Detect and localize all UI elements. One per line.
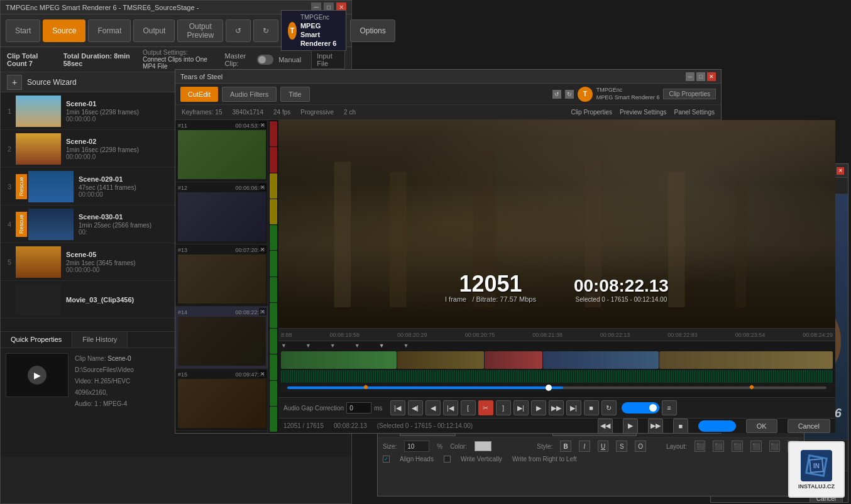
film-item[interactable]: #15 00:09:47:21 ✕ xyxy=(175,369,268,431)
menu-button[interactable]: ≡ xyxy=(662,400,677,415)
style-strikethrough-button[interactable]: S xyxy=(616,441,627,452)
scrubber-bar[interactable] xyxy=(281,383,833,392)
mark-in-button[interactable]: [ xyxy=(461,400,476,415)
film-item[interactable]: #12 00:06:06:83 ✕ xyxy=(175,182,268,244)
volume-slider[interactable] xyxy=(622,402,659,414)
timeline-ruler: 8:88 00:08:19:58 00:08:20:29 00:08:20:75… xyxy=(278,329,835,341)
film-close-button[interactable]: ✕ xyxy=(259,370,266,378)
layout-right-button[interactable]: ⬛ xyxy=(732,441,743,452)
film-item[interactable]: #14 00:08:22:13 ✕ xyxy=(175,307,268,369)
film-close-button[interactable]: ✕ xyxy=(259,121,266,129)
goto-in-button[interactable]: |◀ xyxy=(443,400,458,415)
film-close-button[interactable]: ✕ xyxy=(259,246,266,253)
style-bold-button[interactable]: B xyxy=(560,441,571,452)
tos-minimize-button[interactable]: ─ xyxy=(686,72,695,81)
energy-bar xyxy=(270,277,277,302)
stop-button[interactable]: ■ xyxy=(584,400,599,415)
goto-start-button[interactable]: |◀ xyxy=(390,400,405,415)
layout-left-button[interactable]: ⬛ xyxy=(695,441,706,452)
keyframe-markers-row: ▼ ▼ ▼ ▼ ▼ ▼ xyxy=(278,341,835,350)
sync-button[interactable]: ↻ xyxy=(253,19,278,42)
film-label: #11 00:04:53:58 xyxy=(178,123,265,129)
prev-frame-button[interactable]: ◀| xyxy=(408,400,423,415)
tab-title[interactable]: Title xyxy=(280,87,309,102)
tos-logo-text: TMPGEnc MPEG Smart Renderer 6 xyxy=(596,87,660,101)
preview-settings-button[interactable]: Preview Settings xyxy=(620,109,666,116)
tab-quick-properties[interactable]: Quick Properties xyxy=(1,332,72,348)
tab-file-history[interactable]: File History xyxy=(72,332,128,348)
output-preview-button[interactable]: Output Preview xyxy=(177,19,223,42)
prev-button[interactable]: ◀ xyxy=(426,400,441,415)
tos-maximize-button[interactable]: □ xyxy=(696,72,705,81)
scrubber-handle[interactable] xyxy=(546,385,552,391)
color-label: Color: xyxy=(450,443,467,450)
tab-audio-filters[interactable]: Audio Filters xyxy=(222,87,277,102)
timeline-segment[interactable] xyxy=(543,351,659,369)
mark-out-button[interactable]: ] xyxy=(496,400,511,415)
input-file-area: Input File xyxy=(311,50,345,69)
output-button[interactable]: Output xyxy=(133,19,175,42)
status-play-button[interactable]: ▶ xyxy=(623,419,638,434)
style-underline-button[interactable]: U xyxy=(598,441,609,452)
main-title-text: TMPGEnc MPEG Smart Renderer 6 - TMSRE6_S… xyxy=(6,4,199,11)
status-stop-button[interactable]: ■ xyxy=(673,419,688,434)
energy-bar xyxy=(270,407,277,432)
ok-button[interactable]: OK xyxy=(746,419,777,433)
style-outline-button[interactable]: O xyxy=(635,441,646,452)
options-button[interactable]: Options xyxy=(350,19,395,42)
next-button[interactable]: ▶▶ xyxy=(549,400,564,415)
clip-properties-button[interactable]: Clip Properties xyxy=(571,109,612,116)
audio-gap-unit: ms xyxy=(374,405,382,412)
layout-justify2-button[interactable]: ⬛ xyxy=(769,441,781,452)
bg-close-button[interactable]: ✕ xyxy=(837,167,844,175)
source-button[interactable]: Source xyxy=(43,19,85,42)
tos-sync-button[interactable]: ↻ xyxy=(565,90,574,99)
tos-refresh-button[interactable]: ↺ xyxy=(552,90,561,99)
align-heads-checkbox[interactable]: ✓ xyxy=(383,456,390,463)
cancel-button[interactable]: Cancel xyxy=(788,419,830,433)
film-item[interactable]: #11 00:04:53:58 ✕ xyxy=(175,120,268,182)
status-next-button[interactable]: ▶▶ xyxy=(648,419,663,434)
timeline-segment[interactable] xyxy=(397,351,484,369)
layout-center-button[interactable]: ⬛ xyxy=(713,441,724,452)
film-close-button[interactable]: ✕ xyxy=(259,308,266,315)
size-input[interactable] xyxy=(404,441,429,452)
format-button[interactable]: Format xyxy=(88,19,131,42)
source-wizard-add-button[interactable]: + xyxy=(7,75,22,90)
start-button[interactable]: Start xyxy=(6,19,40,42)
timeline-segment[interactable] xyxy=(281,351,397,369)
tos-options-button[interactable]: Clip Properties xyxy=(663,89,716,99)
cut-button[interactable]: ✂ xyxy=(478,400,493,415)
film-thumbnail xyxy=(178,379,266,428)
refresh-button[interactable]: ↺ xyxy=(226,19,251,42)
svg-text:IN: IN xyxy=(813,463,820,469)
tos-keyframes: Keyframes: 15 xyxy=(182,109,222,116)
volume-handle xyxy=(649,404,657,412)
timeline-segment[interactable] xyxy=(485,351,542,369)
master-clip-toggle[interactable] xyxy=(257,55,273,65)
timeline-segment[interactable] xyxy=(659,351,833,369)
layout-justify-button[interactable]: ⬛ xyxy=(750,441,762,452)
style-italic-button[interactable]: I xyxy=(579,441,590,452)
tos-close-button[interactable]: ✕ xyxy=(707,72,716,81)
film-close-button[interactable]: ✕ xyxy=(259,184,266,191)
play-icon[interactable]: ▶ xyxy=(28,366,47,385)
write-vertically-checkbox[interactable] xyxy=(444,456,451,463)
goto-end-button[interactable]: ▶| xyxy=(566,400,581,415)
svg-rect-0 xyxy=(334,162,351,307)
goto-out-button[interactable]: ▶| xyxy=(513,400,529,415)
loop-button[interactable]: ↻ xyxy=(601,400,617,415)
status-prev-button[interactable]: ◀◀ xyxy=(598,419,613,434)
tab-cut-edit[interactable]: CutEdit xyxy=(180,87,218,102)
svg-rect-5 xyxy=(735,182,746,307)
logo-area: T TMPGEnc MPEG Smart Renderer 6 Options xyxy=(281,10,395,52)
color-picker[interactable] xyxy=(475,441,492,451)
play-button[interactable]: ▶ xyxy=(531,400,546,415)
audio-gap-row: Audio Gap Correction ms |◀ ◀| ◀ |◀ [ ✂ ]… xyxy=(278,397,835,418)
film-item[interactable]: #13 00:07:20:42 ✕ xyxy=(175,244,268,307)
write-rtl-label: Write from Right to Left xyxy=(512,456,577,463)
status-volume-slider[interactable] xyxy=(698,420,736,432)
audio-gap-input[interactable] xyxy=(346,402,371,414)
panel-settings-button[interactable]: Panel Settings xyxy=(674,109,715,116)
film-strip: #11 00:04:53:58 ✕ #12 00:06:06:83 ✕ #13 xyxy=(175,120,268,433)
